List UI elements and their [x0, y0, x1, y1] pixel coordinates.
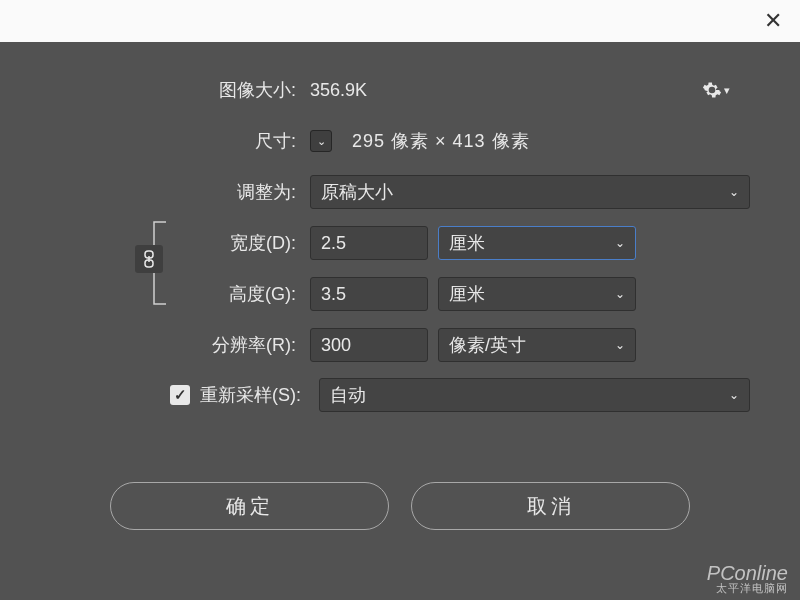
cancel-button[interactable]: 取消	[411, 482, 690, 530]
chevron-down-icon: ⌄	[615, 236, 625, 250]
dimensions-unit-toggle[interactable]: ⌄	[310, 130, 332, 152]
dimensions-label: 尺寸:	[50, 129, 310, 153]
resample-checkbox[interactable]: ✓	[170, 385, 190, 405]
resample-method-select[interactable]: 自动 ⌄	[319, 378, 750, 412]
resolution-unit-select[interactable]: 像素/英寸 ⌄	[438, 328, 636, 362]
image-size-label: 图像大小:	[50, 78, 310, 102]
height-input[interactable]	[310, 277, 428, 311]
chevron-down-icon: ⌄	[615, 338, 625, 352]
gear-icon[interactable]: ▾	[702, 80, 730, 100]
image-size-dialog: 图像大小: 356.9K ▾ 尺寸: ⌄ 295 像素 × 413 像素 调整为…	[0, 42, 800, 530]
height-unit-select[interactable]: 厘米 ⌄	[438, 277, 636, 311]
fit-to-select[interactable]: 原稿大小 ⌄	[310, 175, 750, 209]
chevron-down-icon: ⌄	[729, 388, 739, 402]
constrain-proportions-icon[interactable]	[135, 245, 163, 273]
width-input[interactable]	[310, 226, 428, 260]
width-label: 宽度(D):	[50, 231, 310, 255]
chevron-down-icon: ⌄	[729, 185, 739, 199]
dimensions-value: 295 像素 × 413 像素	[352, 129, 530, 153]
resolution-label: 分辨率(R):	[50, 333, 310, 357]
resolution-input[interactable]	[310, 328, 428, 362]
height-label: 高度(G):	[50, 282, 310, 306]
close-icon[interactable]: ✕	[764, 8, 782, 34]
image-size-value: 356.9K	[310, 80, 367, 101]
chevron-down-icon: ⌄	[615, 287, 625, 301]
fit-to-label: 调整为:	[50, 180, 310, 204]
watermark: PConline 太平洋电脑网	[707, 563, 788, 594]
ok-button[interactable]: 确定	[110, 482, 389, 530]
width-unit-select[interactable]: 厘米 ⌄	[438, 226, 636, 260]
resample-label: 重新采样(S):	[200, 383, 301, 407]
